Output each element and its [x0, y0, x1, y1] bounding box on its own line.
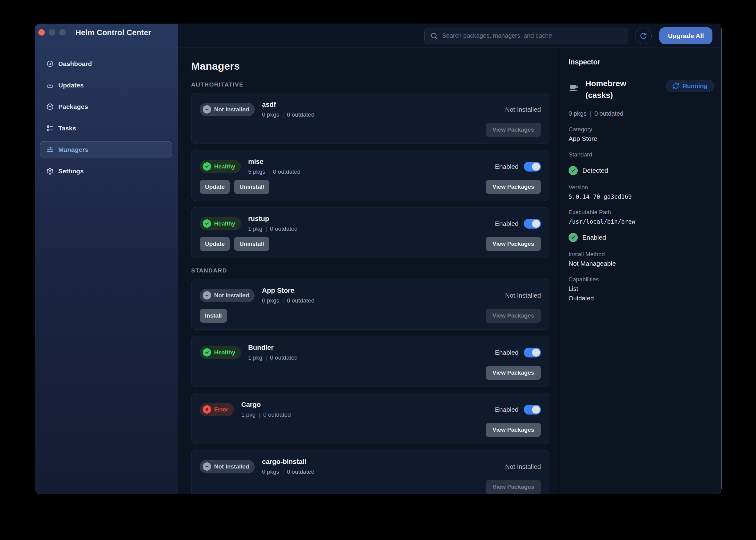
manager-card: Error Cargo 1 pkg|0 outdated Enabled Vie… — [191, 393, 549, 444]
package-icon — [46, 103, 54, 110]
manager-name: Bundler — [248, 343, 298, 351]
sidebar-item-packages[interactable]: Packages — [40, 98, 172, 115]
section-cards: Not Installed App Store 0 pkgs|0 outdate… — [191, 279, 549, 494]
path-label: Executable Path — [568, 209, 714, 216]
category-label: Category — [568, 126, 714, 133]
refresh-button[interactable] — [635, 28, 652, 44]
pkgs-count: 0 pkgs — [262, 111, 279, 118]
pkgs-count: 1 pkg — [241, 411, 255, 418]
sliders-icon — [46, 146, 54, 153]
install-method-value: Not Manageable — [568, 260, 714, 267]
capabilities-label: Capabilities — [568, 276, 714, 283]
sidebar-item-settings[interactable]: Settings — [40, 163, 172, 180]
install-state-text: Not Installed — [505, 106, 541, 113]
card-top-right: Enabled — [495, 162, 541, 172]
status-badge: Not Installed — [200, 289, 255, 302]
manager-card: Not Installed App Store 0 pkgs|0 outdate… — [191, 279, 549, 330]
inspector-stats: 0 pkgs|0 outdated — [568, 110, 714, 117]
view-packages-button[interactable]: View Packages — [486, 480, 541, 494]
view-packages-button[interactable]: View Packages — [486, 123, 541, 137]
manager-card: Healthy rustup 1 pkg|0 outdated Enabled … — [191, 207, 549, 258]
view-packages-button[interactable]: View Packages — [486, 423, 541, 437]
enabled-toggle[interactable] — [524, 347, 541, 357]
status-label: Healthy — [214, 220, 235, 227]
manager-sections: AUTHORITATIVE Not Installed asdf 0 pkgs|… — [191, 81, 549, 494]
manager-stats: 1 pkg|0 outdated — [248, 354, 298, 361]
minus-icon — [203, 105, 211, 113]
sync-icon — [673, 82, 679, 89]
enabled-label: Enabled — [495, 406, 519, 413]
inspector-panel: Inspector Homebrew (casks) Running 0 pkg… — [559, 48, 721, 494]
card-top-right: Not Installed — [505, 106, 541, 113]
manager-stats: 5 pkgs|0 outdated — [248, 169, 301, 175]
status-label: Error — [214, 406, 228, 413]
outdated-count: 0 outdated — [287, 111, 315, 118]
search-box[interactable] — [424, 28, 628, 44]
enabled-check-icon — [568, 233, 578, 242]
sidebar: Helm Control Center Dashboard Updates Pa… — [35, 24, 178, 494]
pkgs-count: 0 pkgs — [262, 469, 279, 475]
sidebar-item-dashboard[interactable]: Dashboard — [40, 55, 172, 72]
running-status-badge: Running — [666, 80, 714, 92]
detected-check-icon — [568, 166, 578, 175]
install-button[interactable]: Install — [200, 309, 227, 323]
upgrade-all-button[interactable]: Upgrade All — [659, 27, 712, 44]
enabled-label: Enabled — [495, 349, 519, 356]
capability-item: Outdated — [568, 295, 714, 302]
status-label: Healthy — [214, 163, 235, 170]
outdated-count: 0 outdated — [270, 354, 298, 361]
sidebar-item-label: Updates — [58, 81, 84, 89]
gear-icon — [46, 168, 54, 175]
download-icon — [46, 81, 54, 89]
sidebar-item-updates[interactable]: Updates — [40, 77, 172, 94]
detected-row: Detected — [568, 166, 714, 175]
view-packages-button[interactable]: View Packages — [486, 366, 541, 380]
sidebar-item-managers[interactable]: Managers — [40, 141, 172, 158]
install-method-label: Install Method — [568, 251, 714, 258]
managers-panel: Managers AUTHORITATIVE Not Installed asd… — [178, 48, 559, 494]
refresh-icon — [639, 32, 647, 40]
search-input[interactable] — [442, 32, 623, 39]
status-badge: Healthy — [200, 346, 241, 359]
manager-name: App Store — [262, 287, 315, 295]
tier-label: Standard — [568, 151, 714, 158]
card-action-buttons: UpdateUninstall — [200, 180, 269, 194]
inspector-title: Inspector — [568, 58, 714, 66]
capabilities-list: ListOutdated — [568, 285, 714, 302]
manager-name: rustup — [248, 215, 298, 223]
sidebar-item-label: Managers — [58, 146, 88, 153]
coffee-cup-icon — [568, 81, 579, 92]
enabled-toggle[interactable] — [524, 219, 541, 228]
status-badge: Healthy — [200, 160, 241, 173]
update-button[interactable]: Update — [200, 237, 230, 251]
uninstall-button[interactable]: Uninstall — [234, 237, 269, 251]
card-action-buttons: UpdateUninstall — [200, 237, 269, 251]
check-icon — [203, 348, 211, 356]
section-label: STANDARD — [191, 267, 549, 274]
uninstall-button[interactable]: Uninstall — [234, 180, 269, 194]
status-label: Healthy — [214, 349, 235, 356]
sidebar-item-tasks[interactable]: Tasks — [40, 120, 172, 137]
enabled-toggle[interactable] — [524, 162, 541, 172]
view-packages-button[interactable]: View Packages — [486, 180, 541, 194]
enabled-label: Enabled — [495, 163, 519, 170]
pkgs-count: 1 pkg — [248, 354, 262, 361]
capability-item: List — [568, 285, 714, 292]
pkgs-count: 0 pkgs — [262, 297, 279, 304]
check-icon — [203, 219, 211, 228]
path-value: /usr/local/bin/brew — [568, 218, 714, 225]
outdated-count: 0 outdated — [287, 469, 315, 475]
minus-icon — [203, 291, 211, 300]
view-packages-button[interactable]: View Packages — [486, 309, 541, 323]
minus-icon — [203, 463, 211, 471]
outdated-count: 0 outdated — [270, 225, 298, 232]
update-button[interactable]: Update — [200, 180, 230, 194]
search-icon — [430, 32, 438, 40]
close-window-button[interactable] — [38, 29, 45, 36]
x-icon — [203, 405, 211, 414]
enabled-label: Enabled — [495, 220, 519, 227]
enabled-toggle[interactable] — [524, 405, 541, 415]
tasks-icon — [46, 125, 54, 132]
status-badge: Not Installed — [200, 103, 255, 116]
view-packages-button[interactable]: View Packages — [486, 237, 541, 251]
